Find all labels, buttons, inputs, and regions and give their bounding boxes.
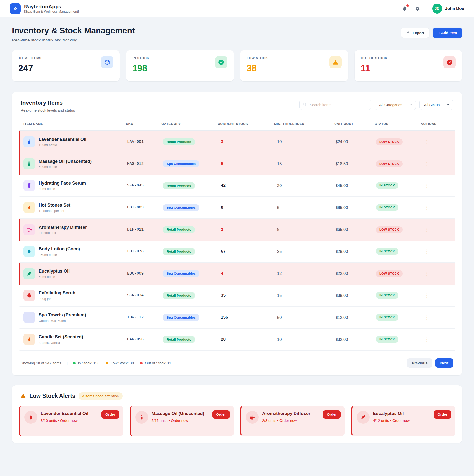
search-input[interactable] bbox=[299, 100, 371, 110]
row-actions-kebab-icon[interactable]: ⋮ bbox=[422, 270, 432, 277]
stat-label: IN STOCK bbox=[133, 56, 149, 60]
min-threshold: 50 bbox=[274, 313, 334, 322]
row-actions-kebab-icon[interactable]: ⋮ bbox=[422, 182, 432, 189]
hand-icon bbox=[23, 290, 35, 301]
category-badge: Spa Consumables bbox=[163, 160, 199, 167]
alert-item-name: Massage Oil (Unscented) bbox=[152, 411, 223, 416]
min-threshold: 8 bbox=[274, 225, 334, 234]
page-subtitle: Real-time stock matrix and tracking bbox=[12, 38, 135, 43]
brand: RaytertonApps [Spa, Gym & Wellness Manag… bbox=[10, 3, 79, 14]
item-name: Lavender Essential Oil bbox=[39, 137, 86, 142]
item-name: Candle Set (Scented) bbox=[39, 334, 83, 340]
unit-cost: $38.00 bbox=[334, 291, 375, 300]
alerts-badge: 4 items need attention bbox=[79, 392, 123, 400]
item-sku: HOT-003 bbox=[126, 203, 161, 212]
previous-button[interactable]: Previous bbox=[407, 358, 432, 368]
item-detail: 100ml bottle bbox=[39, 143, 86, 147]
category-badge: Retail Products bbox=[163, 138, 195, 145]
alert-item-name: Lavender Essential Oil bbox=[41, 411, 107, 416]
row-actions-kebab-icon[interactable]: ⋮ bbox=[422, 138, 432, 145]
row-actions-kebab-icon[interactable]: ⋮ bbox=[422, 226, 432, 233]
current-stock: 4 bbox=[217, 269, 274, 278]
row-actions-kebab-icon[interactable]: ⋮ bbox=[422, 314, 432, 321]
item-name: Eucalyptus Oil bbox=[39, 269, 70, 274]
legend-item: In Stock: 198 bbox=[73, 361, 99, 365]
serum-bottle-icon bbox=[23, 180, 35, 191]
next-button[interactable]: Next bbox=[435, 358, 453, 368]
droplet-icon bbox=[23, 246, 35, 257]
item-detail: 50ml bottle bbox=[39, 275, 70, 279]
item-detail: Electric unit bbox=[39, 231, 87, 235]
table-row: Hydrating Face Serum 30ml bottle SER-045… bbox=[19, 175, 455, 197]
order-button[interactable]: Order bbox=[212, 410, 230, 419]
column-header: ITEM NAME bbox=[19, 120, 124, 130]
steam-icon bbox=[23, 224, 35, 235]
row-actions-kebab-icon[interactable]: ⋮ bbox=[422, 292, 432, 299]
alerts-title: Low Stock Alerts bbox=[29, 393, 75, 399]
unit-cost: $22.00 bbox=[334, 269, 375, 278]
status-badge: IN STOCK bbox=[376, 248, 398, 255]
status-filter-select[interactable]: All Status bbox=[419, 100, 453, 110]
table-row: Body Lotion (Coco) 250ml bottle LOT-078 … bbox=[19, 241, 455, 263]
order-button[interactable]: Order bbox=[434, 410, 452, 419]
search-icon bbox=[302, 102, 307, 107]
item-detail: 12 stones per set bbox=[39, 209, 70, 213]
unit-cost: $85.00 bbox=[334, 203, 375, 212]
unit-cost: $12.00 bbox=[334, 313, 375, 322]
unit-cost: $32.00 bbox=[334, 335, 375, 344]
column-header: ACTIONS bbox=[419, 120, 455, 130]
low-stock-alert-card: Aromatherapy Diffuser 2/8 units • Order … bbox=[240, 406, 345, 436]
current-stock: 28 bbox=[217, 335, 274, 344]
low-stock-alert-card: Eucalyptus Oil 4/12 units • Order now Or… bbox=[351, 406, 455, 436]
item-sku: LOT-078 bbox=[126, 247, 161, 256]
user-menu[interactable]: JD John Doe bbox=[432, 4, 464, 14]
table-row: Hot Stones Set 12 stones per set HOT-003… bbox=[19, 197, 455, 219]
add-item-button[interactable]: + Add Item bbox=[433, 28, 462, 38]
row-actions-kebab-icon[interactable]: ⋮ bbox=[422, 336, 432, 343]
row-actions-kebab-icon[interactable]: ⋮ bbox=[422, 248, 432, 255]
status-badge: LOW STOCK bbox=[376, 270, 403, 277]
table-row: Massage Oil (Unscented) 500ml bottle MAS… bbox=[19, 153, 455, 175]
flame-icon bbox=[23, 202, 35, 213]
oil-bottle-icon bbox=[24, 411, 37, 424]
order-button[interactable]: Order bbox=[101, 410, 119, 419]
stat-card: LOW STOCK 38 bbox=[240, 50, 348, 81]
alert-item-name: Aromatherapy Diffuser bbox=[262, 411, 329, 416]
unit-cost: $45.00 bbox=[334, 181, 375, 190]
stat-value: 11 bbox=[361, 63, 388, 74]
notification-bell-icon[interactable] bbox=[401, 5, 408, 12]
stat-label: OUT OF STOCK bbox=[361, 56, 388, 60]
item-detail: 30ml bottle bbox=[39, 187, 86, 191]
alert-item-info: 3/10 units • Order now bbox=[41, 418, 107, 423]
row-actions-kebab-icon[interactable]: ⋮ bbox=[422, 204, 432, 211]
column-header: MIN. THRESHOLD bbox=[273, 120, 333, 130]
item-sku: CAN-056 bbox=[126, 335, 161, 344]
item-name: Exfoliating Scrub bbox=[39, 290, 75, 296]
min-threshold: 20 bbox=[274, 181, 334, 190]
row-actions-kebab-icon[interactable]: ⋮ bbox=[422, 160, 432, 167]
x-circle-icon bbox=[443, 56, 456, 68]
item-sku: DIF-021 bbox=[126, 226, 161, 234]
gear-icon[interactable] bbox=[414, 5, 421, 12]
min-threshold: 15 bbox=[274, 159, 334, 168]
status-badge: IN STOCK bbox=[376, 336, 398, 343]
item-name: Hot Stones Set bbox=[39, 202, 70, 208]
leaf-icon bbox=[357, 411, 370, 424]
min-threshold: 10 bbox=[274, 335, 334, 344]
export-button[interactable]: Export bbox=[401, 28, 430, 38]
table-row: Aromatherapy Diffuser Electric unit DIF-… bbox=[19, 219, 455, 241]
min-threshold: 5 bbox=[274, 203, 334, 212]
category-filter-select[interactable]: All Categories bbox=[375, 100, 416, 110]
table-row: Exfoliating Scrub 200g jar SCR-034 Retai… bbox=[19, 285, 455, 307]
alert-item-info: 2/8 units • Order now bbox=[262, 418, 329, 423]
check-circle-icon bbox=[215, 56, 227, 68]
unit-cost: $65.00 bbox=[334, 225, 375, 234]
warning-triangle-icon bbox=[20, 393, 26, 399]
item-sku: LAV-001 bbox=[126, 138, 161, 146]
stat-card: IN STOCK 198 bbox=[126, 50, 234, 81]
towel-icon bbox=[23, 312, 35, 323]
order-button[interactable]: Order bbox=[323, 410, 341, 419]
status-badge: IN STOCK bbox=[376, 292, 398, 299]
download-icon bbox=[406, 31, 410, 35]
stat-card: OUT OF STOCK 11 bbox=[355, 50, 462, 81]
